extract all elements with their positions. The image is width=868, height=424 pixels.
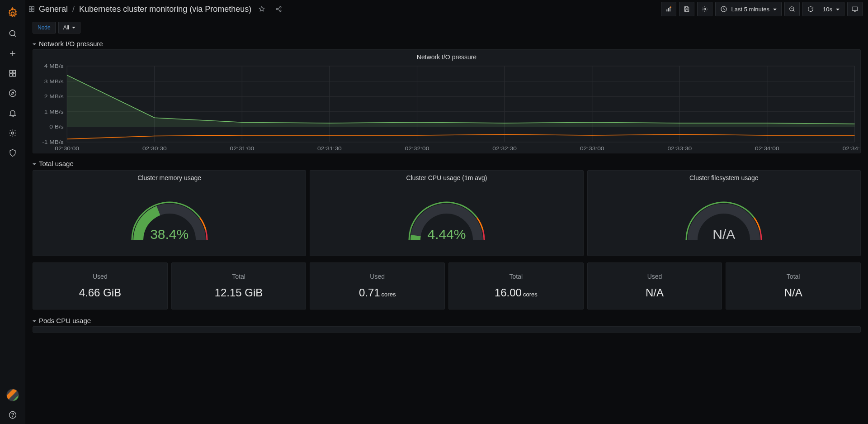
nav-server-admin[interactable] xyxy=(4,144,22,162)
dashboards-crumb-icon[interactable] xyxy=(28,5,35,13)
time-range-label: Last 5 minutes xyxy=(731,6,769,13)
dashboards-icon xyxy=(8,69,17,78)
shield-icon xyxy=(8,148,17,157)
variable-node-label: Node xyxy=(33,22,56,33)
stat-pair-memory: Used 4.66 GiB Total 12.15 GiB xyxy=(33,262,306,310)
refresh-icon xyxy=(807,5,814,13)
share-icon xyxy=(275,5,283,13)
svg-text:3 MB/s: 3 MB/s xyxy=(44,79,64,84)
svg-rect-4 xyxy=(9,74,12,76)
stat-cpu-total[interactable]: Total 16.00cores xyxy=(448,262,584,310)
stat-value: N/A xyxy=(646,286,664,299)
refresh-button[interactable] xyxy=(802,2,818,16)
dashboard-body: Node All Network I/O pressure Network I/… xyxy=(25,18,868,424)
time-range-button[interactable]: Last 5 minutes xyxy=(715,2,782,16)
svg-rect-11 xyxy=(32,7,34,9)
chevron-down-icon xyxy=(33,317,36,324)
svg-text:4 MB/s: 4 MB/s xyxy=(44,63,64,69)
toolbar-right: Last 5 minutes 10s xyxy=(661,2,863,16)
svg-point-9 xyxy=(13,417,13,417)
row-header-network[interactable]: Network I/O pressure xyxy=(33,40,861,48)
stat-pair-cpu: Used 0.71cores Total 16.00cores xyxy=(310,262,583,310)
gear-icon xyxy=(8,129,17,138)
gear-icon xyxy=(701,5,708,13)
stat-memory-used[interactable]: Used 4.66 GiB xyxy=(33,262,168,310)
add-panel-button[interactable] xyxy=(661,2,676,16)
settings-button[interactable] xyxy=(697,2,712,16)
stat-label: Used xyxy=(647,273,662,280)
stat-label: Used xyxy=(93,273,108,280)
star-icon xyxy=(258,5,265,13)
chevron-down-icon xyxy=(773,6,777,13)
stat-label: Used xyxy=(370,273,385,280)
stat-label: Total xyxy=(509,273,523,280)
breadcrumb: General / Kubernetes cluster monitoring … xyxy=(39,5,251,14)
stat-label: Total xyxy=(787,273,800,280)
svg-rect-13 xyxy=(32,10,34,12)
tv-mode-button[interactable] xyxy=(847,2,863,16)
nav-configuration[interactable] xyxy=(4,124,22,142)
bell-icon xyxy=(8,109,17,118)
svg-point-7 xyxy=(12,132,14,134)
gauge-value: 38.4% xyxy=(33,227,306,242)
panel-gauge-cpu[interactable]: Cluster CPU usage (1m avg) 4.44% xyxy=(310,170,583,256)
svg-text:02:31:30: 02:31:30 xyxy=(317,146,342,151)
star-button[interactable] xyxy=(255,2,269,16)
svg-text:02:30:30: 02:30:30 xyxy=(142,146,167,151)
row-title-total-usage: Total usage xyxy=(39,160,74,167)
variable-node-select[interactable]: All xyxy=(58,22,80,33)
row-title-network: Network I/O pressure xyxy=(39,40,103,48)
row-header-pods-cpu[interactable]: Pods CPU usage xyxy=(33,317,861,324)
stat-fs-total[interactable]: Total N/A xyxy=(726,262,861,310)
svg-rect-18 xyxy=(668,8,669,11)
grafana-icon xyxy=(6,7,19,20)
svg-rect-19 xyxy=(670,7,670,11)
row-title-pods-cpu: Pods CPU usage xyxy=(39,317,91,324)
nav-explore[interactable] xyxy=(4,84,22,102)
svg-text:-1 MB/s: -1 MB/s xyxy=(42,139,63,145)
stat-memory-total[interactable]: Total 12.15 GiB xyxy=(171,262,307,310)
svg-rect-12 xyxy=(29,10,32,12)
svg-text:02:31:00: 02:31:00 xyxy=(230,146,255,151)
save-icon xyxy=(683,5,690,13)
nav-search[interactable] xyxy=(4,24,22,43)
grafana-logo[interactable] xyxy=(4,5,22,23)
stat-value: 0.71 xyxy=(359,286,380,299)
stat-cpu-used[interactable]: Used 0.71cores xyxy=(310,262,445,310)
refresh-interval-button[interactable]: 10s xyxy=(818,2,844,16)
stat-value: N/A xyxy=(784,286,802,299)
svg-rect-5 xyxy=(13,74,16,76)
panel-gauge-fs[interactable]: Cluster filesystem usage N/A xyxy=(587,170,861,256)
svg-text:02:34:30: 02:34:30 xyxy=(843,146,860,151)
svg-text:02:33:00: 02:33:00 xyxy=(580,146,604,151)
panel-network-io[interactable]: Network I/O pressure -1 MB/s0 B/s1 MB/s2… xyxy=(33,49,861,153)
stat-unit: cores xyxy=(523,291,538,298)
stat-value: 16.00 xyxy=(495,286,522,299)
avatar-icon xyxy=(6,389,19,401)
svg-text:1 MB/s: 1 MB/s xyxy=(44,109,64,114)
nav-profile[interactable] xyxy=(4,386,22,404)
monitor-icon xyxy=(851,5,859,13)
page-title: Kubernetes cluster monitoring (via Prome… xyxy=(79,5,251,14)
breadcrumb-folder[interactable]: General xyxy=(39,5,68,14)
help-icon xyxy=(8,410,17,419)
nav-help[interactable] xyxy=(4,406,22,424)
panel-pods-cpu-placeholder[interactable] xyxy=(33,326,861,333)
share-button[interactable] xyxy=(272,2,286,16)
nav-create[interactable] xyxy=(4,44,22,62)
chevron-down-icon xyxy=(33,40,36,48)
stat-label: Total xyxy=(232,273,245,280)
nav-dashboards[interactable] xyxy=(4,64,22,82)
stat-fs-used[interactable]: Used N/A xyxy=(587,262,722,310)
svg-rect-10 xyxy=(29,7,32,9)
panel-gauge-memory[interactable]: Cluster memory usage 38.4% xyxy=(33,170,306,256)
zoom-out-button[interactable] xyxy=(784,2,800,16)
variable-bar: Node All xyxy=(33,22,861,33)
search-icon xyxy=(8,29,17,38)
row-header-total-usage[interactable]: Total usage xyxy=(33,160,861,167)
stat-unit: cores xyxy=(382,291,396,298)
nav-alerting[interactable] xyxy=(4,104,22,122)
gauge-title: Cluster CPU usage (1m avg) xyxy=(310,171,583,183)
save-button[interactable] xyxy=(679,2,694,16)
gauge-title: Cluster memory usage xyxy=(33,171,306,183)
